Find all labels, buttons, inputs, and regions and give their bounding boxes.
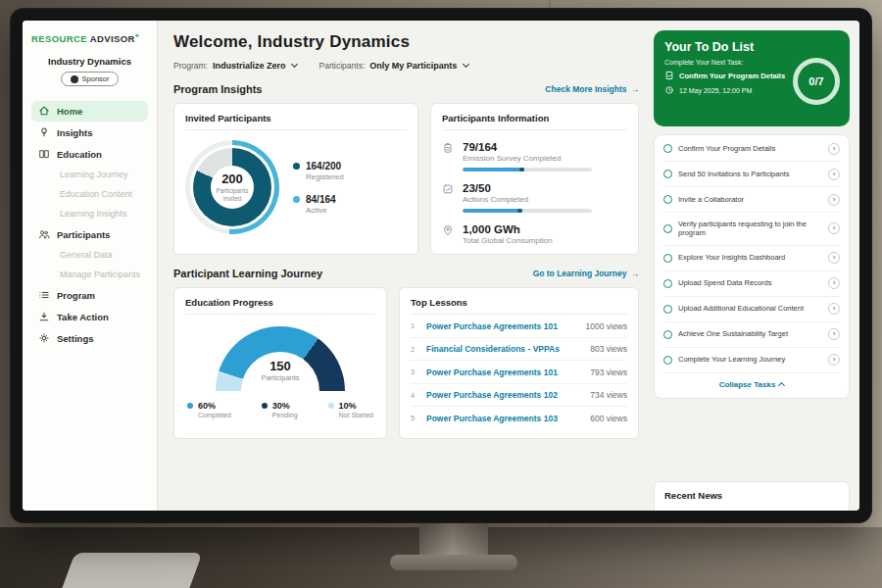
task-checkbox[interactable] — [663, 170, 672, 178]
lesson-views: 1000 views — [585, 321, 627, 331]
sidebar-item-program[interactable]: Program — [31, 285, 148, 306]
task-checkbox[interactable] — [663, 330, 672, 339]
sponsor-badge: Sponsor — [61, 72, 120, 86]
insights-icon — [38, 126, 50, 138]
lesson-row: 4 Power Purchase Agreements 102 734 view… — [411, 384, 627, 408]
card-title: Top Lessons — [411, 297, 627, 315]
lesson-views: 793 views — [590, 368, 627, 377]
monitor-stand-base — [390, 555, 517, 570]
sidebar-item-label: Manage Participants — [60, 270, 140, 279]
sidebar-item-learning-journey[interactable]: Learning Journey — [31, 166, 148, 184]
task-checkbox[interactable] — [663, 144, 672, 153]
task-chevron-right-icon[interactable]: › — [828, 277, 840, 289]
sidebar-item-participants[interactable]: Participants — [31, 224, 148, 245]
task-label: Explore Your Insights Dashboard — [678, 253, 822, 263]
sidebar-item-label: Settings — [57, 333, 93, 344]
task-checkbox[interactable] — [663, 224, 672, 233]
lesson-link[interactable]: Power Purchase Agreements 102 — [426, 390, 582, 400]
section-title: Program Insights — [173, 83, 262, 95]
task-label: Send 50 Invitations to Participants — [678, 170, 822, 179]
gear-icon — [38, 332, 50, 344]
lesson-link[interactable]: Financial Considerations - VPPAs — [426, 344, 582, 354]
task-row[interactable]: Complete Your Learning Journey › — [663, 348, 840, 373]
sidebar-item-home[interactable]: Home — [31, 101, 148, 122]
sidebar-item-insights[interactable]: Insights — [31, 122, 148, 143]
legend-dot — [262, 403, 268, 409]
lesson-number: 1 — [411, 321, 418, 330]
sidebar-item-label: General Data — [60, 250, 113, 260]
legend-item: 10% Not Started — [328, 401, 373, 418]
main-content: Welcome, Industry Dynamics Program: Indu… — [158, 21, 652, 511]
sidebar-item-learning-insights[interactable]: Learning Insights — [31, 205, 148, 223]
app-logo: RESOURCE ADVISOR+ — [31, 32, 148, 44]
go-to-learning-journey-link[interactable]: Go to Learning Journey → — [533, 269, 639, 278]
task-checkbox[interactable] — [663, 279, 672, 288]
task-checkbox[interactable] — [663, 254, 672, 263]
legend-dot — [293, 163, 300, 170]
sidebar-item-education-content[interactable]: Education Content — [31, 185, 148, 204]
lesson-number: 5 — [411, 414, 418, 422]
task-row[interactable]: Verify participants requesting to join t… — [663, 213, 840, 246]
task-checkbox[interactable] — [663, 305, 672, 314]
task-label: Upload Additional Educational Content — [678, 304, 822, 314]
donut-center-value: 200 — [221, 172, 243, 186]
invited-donut-chart: 200 Participants Invited — [185, 140, 279, 234]
task-chevron-right-icon[interactable]: › — [828, 194, 840, 206]
program-filter-value: Industrialize Zero — [213, 61, 286, 71]
org-block: Industry Dynamics Sponsor — [31, 56, 148, 87]
insights-cards-row: Invited Participants 200 Participants In… — [173, 103, 639, 255]
sidebar-item-settings[interactable]: Settings — [31, 328, 148, 349]
task-row[interactable]: Achieve One Sustainability Target › — [663, 322, 840, 348]
task-chevron-right-icon[interactable]: › — [828, 303, 840, 315]
program-insights-header: Program Insights Check More Insights → — [173, 83, 639, 95]
lesson-link[interactable]: Power Purchase Agreements 101 — [426, 368, 582, 377]
sidebar-item-manage-participants[interactable]: Manage Participants — [31, 266, 148, 284]
task-row[interactable]: Invite a Collaborator › — [663, 187, 840, 213]
clock-icon — [664, 85, 674, 95]
program-filter[interactable]: Program: Industrialize Zero — [173, 61, 297, 71]
sidebar-item-label: Take Action — [57, 312, 109, 322]
task-row[interactable]: Upload Spend Data Records › — [663, 271, 840, 297]
stat-value: 23/50 — [463, 182, 592, 194]
todo-title: Your To Do List — [664, 40, 839, 54]
lesson-link[interactable]: Power Purchase Agreements 101 — [426, 321, 577, 331]
collapse-tasks-link[interactable]: Collapse Tasks — [663, 373, 840, 395]
task-chevron-right-icon[interactable]: › — [828, 252, 840, 264]
check-more-insights-link[interactable]: Check More Insights → — [545, 84, 639, 94]
filter-bar: Program: Industrialize Zero Participants… — [173, 61, 639, 71]
lesson-views: 803 views — [590, 344, 627, 354]
todo-next-task[interactable]: Confirm Your Program Details — [664, 71, 794, 80]
legend-value: 164/200 — [306, 161, 344, 172]
legend-value: 84/164 — [306, 194, 336, 205]
task-chevron-right-icon[interactable]: › — [828, 354, 840, 366]
task-checkbox[interactable] — [663, 195, 672, 204]
sidebar-item-label: Learning Journey — [60, 170, 128, 179]
legend-item: 30% Pending — [262, 401, 298, 418]
room-background: RESOURCE ADVISOR+ Industry Dynamics Spon… — [0, 0, 882, 588]
sidebar-item-label: Learning Insights — [60, 209, 127, 219]
task-row[interactable]: Send 50 Invitations to Participants › — [663, 162, 840, 187]
sidebar-item-take-action[interactable]: Take Action — [31, 307, 148, 327]
task-chevron-right-icon[interactable]: › — [828, 222, 840, 234]
recent-news-header: Recent News — [654, 481, 850, 511]
todo-next-due-label: 12 May 2025, 12:00 PM — [679, 87, 752, 94]
task-chevron-right-icon[interactable]: › — [828, 328, 840, 340]
legend-item: 164/200 Registered — [293, 161, 344, 181]
participants-filter-label: Participants: — [318, 61, 365, 71]
task-chevron-right-icon[interactable]: › — [828, 143, 840, 155]
sidebar-item-general-data[interactable]: General Data — [31, 246, 148, 265]
participants-filter-value: Only My Participants — [369, 61, 457, 71]
stat-value: 1,000 GWh — [463, 223, 553, 235]
task-row[interactable]: Explore Your Insights Dashboard › — [663, 246, 840, 271]
sidebar-item-label: Participants — [57, 229, 110, 240]
task-label: Invite a Collaborator — [678, 195, 822, 205]
participants-filter[interactable]: Participants: Only My Participants — [318, 61, 468, 71]
task-checkbox[interactable] — [663, 356, 672, 365]
lesson-link[interactable]: Power Purchase Agreements 103 — [426, 414, 582, 423]
sidebar-item-education[interactable]: Education — [31, 144, 148, 165]
task-row[interactable]: Confirm Your Program Details › — [663, 136, 840, 162]
section-title: Participant Learning Journey — [173, 268, 322, 279]
sidebar-item-label: Home — [57, 106, 82, 117]
task-chevron-right-icon[interactable]: › — [828, 169, 840, 180]
task-row[interactable]: Upload Additional Educational Content › — [663, 297, 840, 322]
